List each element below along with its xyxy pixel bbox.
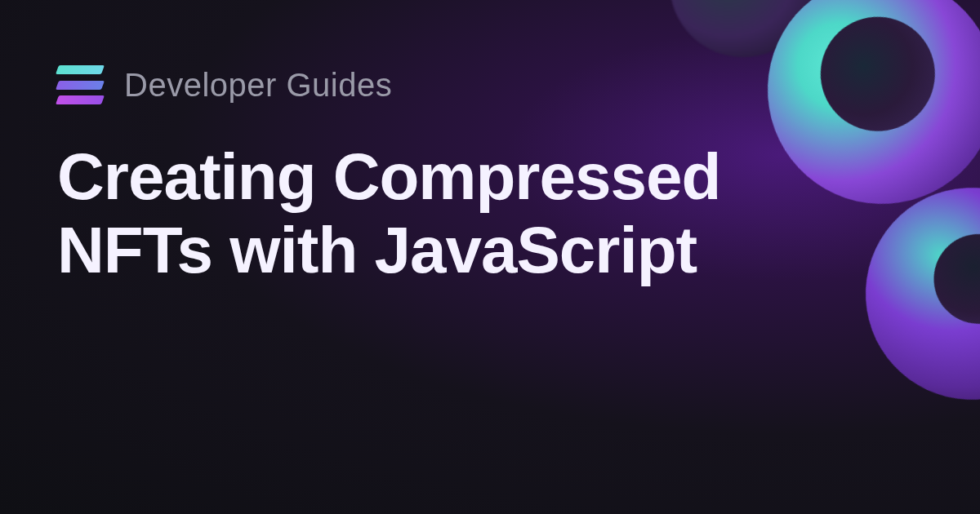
page-title: Creating Compressed NFTs with JavaScript (57, 140, 874, 286)
content-area: Developer Guides Creating Compressed NFT… (0, 0, 980, 352)
solana-logo-icon (57, 65, 103, 104)
category-label: Developer Guides (124, 67, 392, 104)
logo-bar (56, 81, 105, 90)
logo-bar (56, 65, 105, 74)
header: Developer Guides (57, 65, 923, 104)
logo-bar (56, 95, 105, 104)
